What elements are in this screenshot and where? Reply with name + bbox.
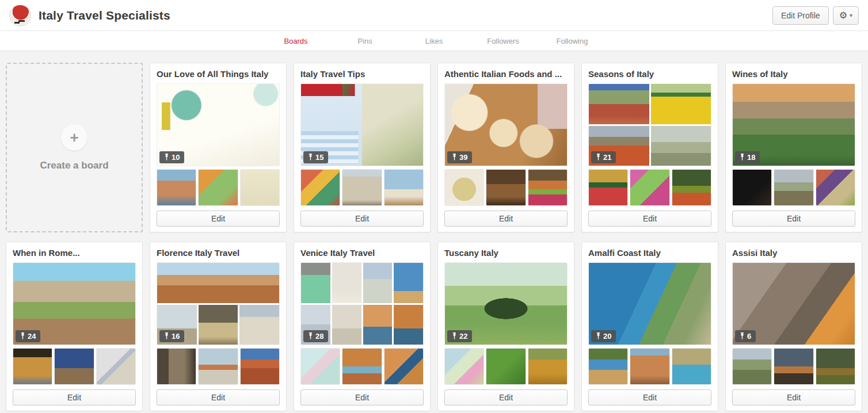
board-thumbnail[interactable] (342, 348, 382, 385)
board-card: Venice Italy Travel 28 Edit (294, 242, 431, 411)
board-edit-button[interactable]: Edit (157, 389, 280, 406)
pin-count: 21 (603, 153, 611, 162)
board-thumbnail[interactable] (96, 348, 136, 385)
board-edit-button[interactable]: Edit (300, 211, 424, 227)
board-thumbnail[interactable] (816, 348, 855, 385)
pin-count-badge: 28 (303, 330, 328, 342)
board-title[interactable]: Italy Travel Tips (300, 68, 424, 80)
board-thumbnail[interactable] (240, 169, 280, 206)
board-edit-button[interactable]: Edit (444, 389, 568, 406)
tab-pins[interactable]: Pins (330, 37, 399, 45)
board-thumbnail[interactable] (198, 169, 238, 206)
pin-count: 22 (459, 332, 467, 341)
board-title[interactable]: When in Rome... (13, 247, 136, 259)
profile-header: Italy Travel Specialists Edit Profile ⚙ … (0, 0, 868, 31)
board-thumbnail[interactable] (384, 169, 424, 206)
board-cover-image (332, 305, 361, 345)
board-cover-image (651, 84, 711, 124)
board-edit-button[interactable]: Edit (732, 389, 855, 406)
board-edit-button[interactable]: Edit (588, 389, 711, 406)
board-thumbnail[interactable] (157, 348, 196, 385)
pin-count: 16 (172, 332, 180, 341)
board-cover[interactable]: 20 (588, 262, 711, 345)
board-cover[interactable]: 24 (13, 262, 136, 345)
tab-likes[interactable]: Likes (399, 37, 469, 45)
tab-following[interactable]: Following (538, 37, 607, 45)
create-board-card[interactable]: + Create a board (6, 63, 143, 232)
board-title[interactable]: Seasons of Italy (588, 68, 711, 80)
board-cover[interactable]: 39 (444, 83, 568, 166)
board-thumbnail[interactable] (444, 348, 484, 385)
board-title[interactable]: Athentic Italian Foods and ... (444, 68, 568, 80)
board-title[interactable]: Venice Italy Travel (300, 247, 424, 259)
pushpin-icon (596, 332, 601, 340)
edit-profile-button[interactable]: Edit Profile (772, 6, 829, 25)
board-thumbnail[interactable] (732, 348, 772, 385)
board-edit-button[interactable]: Edit (300, 389, 424, 406)
settings-button[interactable]: ⚙ ▾ (833, 6, 859, 25)
board-title[interactable]: Assisi Italy (732, 247, 855, 259)
board-thumbnails (588, 169, 711, 206)
board-thumbnail[interactable] (732, 169, 772, 206)
board-thumbnail[interactable] (157, 169, 196, 206)
board-thumbnail[interactable] (774, 169, 813, 206)
board-title[interactable]: Florence Italy Travel (157, 247, 280, 259)
board-cover-image (363, 305, 393, 345)
board-edit-button[interactable]: Edit (13, 389, 136, 406)
board-cover[interactable]: 6 (732, 262, 855, 345)
board-edit-button[interactable]: Edit (157, 211, 280, 227)
board-thumbnail[interactable] (486, 169, 526, 206)
board-cover[interactable]: 16 (157, 262, 280, 345)
board-thumbnails (300, 348, 424, 385)
board-thumbnails (588, 348, 711, 385)
board-cover-image (239, 305, 279, 345)
board-title[interactable]: Tuscany Italy (444, 247, 568, 259)
pin-count-badge: 20 (591, 330, 616, 342)
board-edit-button[interactable]: Edit (732, 211, 855, 227)
board-title[interactable]: Wines of Italy (732, 68, 855, 80)
board-card: Wines of Italy 18 Edit (725, 63, 862, 232)
board-thumbnails (732, 169, 855, 206)
board-thumbnail[interactable] (300, 169, 340, 206)
board-thumbnail[interactable] (672, 169, 711, 206)
board-thumbnails (300, 169, 424, 206)
pin-count-badge: 39 (447, 151, 472, 163)
pin-count: 20 (603, 332, 611, 341)
board-thumbnail[interactable] (588, 169, 628, 206)
pin-count-badge: 15 (303, 151, 328, 163)
board-cover-image (394, 263, 423, 303)
board-thumbnail[interactable] (630, 348, 669, 385)
tab-boards[interactable]: Boards (261, 37, 330, 45)
board-cover[interactable]: 22 (444, 262, 568, 345)
board-thumbnail[interactable] (528, 348, 568, 385)
board-thumbnail[interactable] (816, 169, 855, 206)
board-thumbnail[interactable] (384, 348, 424, 385)
board-thumbnail[interactable] (672, 348, 711, 385)
board-thumbnail[interactable] (588, 348, 628, 385)
board-title[interactable]: Our Love of All Things Italy (157, 68, 280, 80)
board-thumbnail[interactable] (486, 348, 526, 385)
page-title: Italy Travel Specialists (39, 9, 170, 22)
board-cover[interactable]: 28 (300, 262, 424, 345)
board-thumbnail[interactable] (528, 169, 568, 206)
board-title[interactable]: Amalfi Coast Italy (588, 247, 711, 259)
board-thumbnail[interactable] (630, 169, 669, 206)
board-thumbnail[interactable] (300, 348, 340, 385)
plus-icon: + (61, 124, 87, 151)
tab-followers[interactable]: Followers (469, 37, 538, 45)
board-card: Florence Italy Travel 16 Edit (150, 242, 287, 411)
board-cover[interactable]: 21 (588, 83, 711, 166)
board-thumbnail[interactable] (240, 348, 280, 385)
board-thumbnail[interactable] (774, 348, 813, 385)
board-thumbnail[interactable] (198, 348, 238, 385)
board-cover[interactable]: 18 (732, 83, 855, 166)
board-thumbnail[interactable] (444, 169, 484, 206)
board-thumbnail[interactable] (13, 348, 52, 385)
board-cover[interactable]: 10 (157, 83, 280, 166)
boards-grid: + Create a board Our Love of All Things … (0, 51, 868, 411)
board-edit-button[interactable]: Edit (588, 211, 711, 227)
board-edit-button[interactable]: Edit (444, 211, 568, 227)
board-thumbnail[interactable] (54, 348, 94, 385)
board-thumbnail[interactable] (342, 169, 382, 206)
board-cover[interactable]: 15 (300, 83, 424, 166)
